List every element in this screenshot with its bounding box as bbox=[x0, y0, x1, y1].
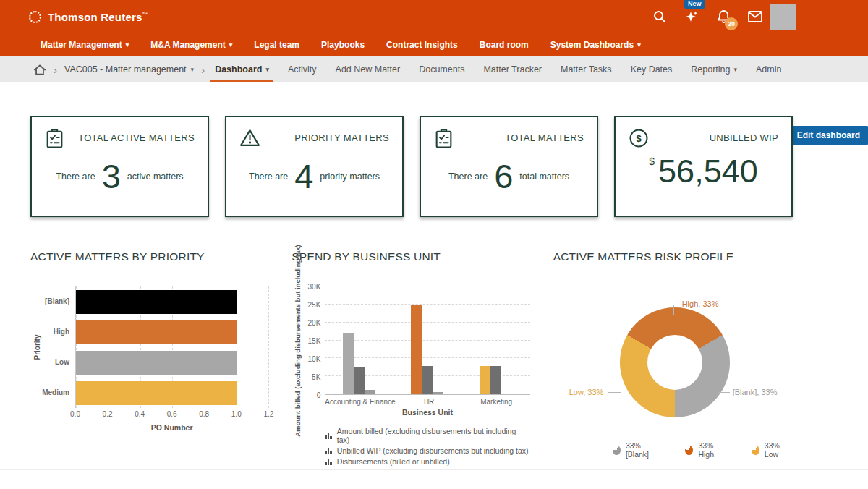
bar-disbursements-accounting-finance[interactable] bbox=[365, 390, 375, 394]
breadcrumb-project[interactable]: VAC005 - Matter management ▾ bbox=[64, 64, 194, 75]
x-axis-ticks: 0.00.20.40.60.81.01.2 bbox=[75, 410, 268, 421]
nav-item-m-a-management[interactable]: M&A Management▾ bbox=[150, 40, 232, 50]
legend-label: 33% [Blank] bbox=[626, 441, 660, 459]
dashboard-content: Edit dashboard TOTAL ACTIVE MATTERSThere… bbox=[0, 116, 868, 489]
bar-unbilled-wip-marketing[interactable] bbox=[490, 366, 501, 394]
tick-label: 15K bbox=[308, 337, 321, 345]
bar-blank[interactable] bbox=[76, 290, 237, 314]
ai-sparkle-icon[interactable]: New bbox=[684, 9, 699, 24]
bar-group-accounting-finance bbox=[325, 286, 393, 394]
y-axis-labels: [Blank]HighLowMedium bbox=[43, 286, 75, 408]
data-label-low: Low, 33% bbox=[569, 388, 604, 396]
chevron-down-icon: ▾ bbox=[734, 67, 738, 73]
tab-add-new-matter[interactable]: Add New Matter bbox=[336, 56, 401, 82]
category-label: High bbox=[54, 317, 69, 347]
pie-chart-icon bbox=[613, 446, 621, 455]
tick-label: 10K bbox=[308, 355, 321, 363]
nav-item-playbooks[interactable]: Playbooks bbox=[321, 40, 365, 50]
avatar[interactable] bbox=[770, 4, 796, 30]
risk-donut[interactable] bbox=[620, 307, 730, 417]
bar-unbilled-wip-hr[interactable] bbox=[422, 366, 433, 394]
legend-item-disbursements[interactable]: Disbursements (billed or unbilled) bbox=[325, 457, 529, 466]
bar-disbursements-marketing[interactable] bbox=[501, 394, 512, 394]
leader-line bbox=[608, 392, 621, 393]
kpi-card-priority-matters[interactable]: PRIORITY MATTERSThere are4priority matte… bbox=[225, 116, 404, 217]
brand-name: Thomson Reuters™ bbox=[48, 11, 148, 23]
kpi-value: 6 bbox=[494, 159, 513, 193]
tick-label: 0.6 bbox=[167, 410, 177, 418]
search-icon[interactable] bbox=[652, 9, 667, 24]
tab-label: Matter Tasks bbox=[561, 64, 612, 75]
kpi-card-title: TOTAL ACTIVE MATTERS bbox=[78, 132, 195, 143]
bar-disbursements-hr[interactable] bbox=[433, 392, 443, 394]
legend-label: Unbilled WIP (excluding disbursements bu… bbox=[337, 446, 529, 455]
legend-item-amount-billed[interactable]: Amount billed (excluding disbursements b… bbox=[325, 427, 529, 444]
kpi-value: 56,540 bbox=[658, 153, 758, 190]
tab-matter-tasks[interactable]: Matter Tasks bbox=[561, 56, 612, 82]
gridline bbox=[268, 286, 269, 408]
bar-chart-icon bbox=[325, 447, 332, 454]
chevron-down-icon: ▾ bbox=[191, 67, 195, 73]
tick-label: 25K bbox=[308, 301, 321, 309]
kpi-card-unbilled-wip[interactable]: $UNBILLED WIP$56,540 bbox=[614, 116, 793, 217]
tick-label: 1.0 bbox=[231, 410, 242, 418]
mail-icon[interactable] bbox=[748, 9, 762, 24]
legend-item-33-high[interactable]: 33% High bbox=[685, 441, 726, 459]
bar-group-marketing bbox=[461, 286, 529, 394]
legend-item-33-blank[interactable]: 33% [Blank] bbox=[613, 441, 661, 459]
category-label: Accounting & Finance bbox=[325, 398, 395, 406]
priority-bar-chart: Priority[Blank]HighLowMedium0.00.20.40.6… bbox=[30, 286, 268, 432]
bar-unbilled-wip-accounting-finance[interactable] bbox=[354, 367, 365, 394]
tab-dashboard[interactable]: Dashboard▾ bbox=[215, 56, 269, 82]
brand-logo[interactable]: Thomson Reuters™ bbox=[29, 11, 148, 23]
home-icon[interactable] bbox=[33, 64, 46, 76]
nav-item-legal-team[interactable]: Legal team bbox=[254, 40, 299, 50]
svg-text:$: $ bbox=[636, 133, 642, 144]
legend-item-unbilled-wip[interactable]: Unbilled WIP (excluding disbursements bu… bbox=[325, 446, 529, 455]
tab-matter-tracker[interactable]: Matter Tracker bbox=[483, 56, 542, 82]
nav-item-contract-insights[interactable]: Contract Insights bbox=[386, 40, 458, 50]
tick-label: 0.8 bbox=[199, 410, 209, 418]
trademark: ™ bbox=[142, 12, 148, 18]
tick-label: 1.2 bbox=[263, 410, 273, 418]
tab-admin[interactable]: Admin bbox=[756, 56, 781, 82]
tab-key-dates[interactable]: Key Dates bbox=[631, 56, 673, 82]
chart-active-matters-by-priority: ACTIVE MATTERS BY PRIORITY Priority[Blan… bbox=[30, 250, 268, 472]
new-badge: New bbox=[684, 0, 705, 9]
category-label: Medium bbox=[42, 378, 69, 408]
nav-item-label: Board room bbox=[480, 40, 529, 50]
kpi-value: 4 bbox=[294, 159, 313, 193]
category-label: HR bbox=[396, 398, 463, 406]
chart-title: SPEND BY BUSINESS UNIT bbox=[292, 250, 529, 263]
bar-low[interactable] bbox=[76, 351, 237, 375]
chevron-down-icon: ▾ bbox=[637, 42, 641, 48]
kpi-card-row: TOTAL ACTIVE MATTERSThere are3active mat… bbox=[30, 116, 793, 217]
tab-label: Key Dates bbox=[631, 64, 673, 75]
kpi-card-title: UNBILLED WIP bbox=[710, 132, 778, 143]
tab-reporting[interactable]: Reporting▾ bbox=[691, 56, 737, 82]
kpi-text-after: active matters bbox=[127, 171, 184, 182]
nav-item-board-room[interactable]: Board room bbox=[480, 40, 529, 50]
bar-medium[interactable] bbox=[76, 381, 237, 405]
kpi-card-total-active-matters[interactable]: TOTAL ACTIVE MATTERSThere are3active mat… bbox=[30, 116, 209, 217]
bar-amount-billed-hr[interactable] bbox=[411, 305, 422, 394]
bottom-divider bbox=[0, 469, 868, 470]
bar-amount-billed-accounting-finance[interactable] bbox=[343, 333, 354, 394]
kpi-card-value: There are6total matters bbox=[421, 159, 597, 193]
leader-line bbox=[718, 392, 730, 393]
y-axis-title-text: Priority bbox=[33, 334, 41, 360]
nav-item-system-dashboards[interactable]: System Dashboards▾ bbox=[550, 40, 641, 50]
charts-row: ACTIVE MATTERS BY PRIORITY Priority[Blan… bbox=[30, 250, 791, 472]
tab-activity[interactable]: Activity bbox=[288, 56, 317, 82]
bar-high[interactable] bbox=[76, 320, 237, 344]
legend-item-33-low[interactable]: 33% Low bbox=[752, 441, 791, 459]
kpi-card-value: There are3active matters bbox=[32, 159, 208, 193]
bar-amount-billed-marketing[interactable] bbox=[480, 366, 490, 394]
kpi-text-after: total matters bbox=[519, 171, 569, 182]
notifications-bell-icon[interactable]: 20 bbox=[716, 9, 731, 24]
nav-item-matter-management[interactable]: Matter Management▾ bbox=[41, 40, 129, 50]
kpi-text-before: There are bbox=[56, 171, 95, 182]
tab-label: Activity bbox=[288, 64, 317, 75]
kpi-card-total-matters[interactable]: TOTAL MATTERSThere are6total matters bbox=[420, 116, 598, 217]
tab-documents[interactable]: Documents bbox=[419, 56, 464, 82]
